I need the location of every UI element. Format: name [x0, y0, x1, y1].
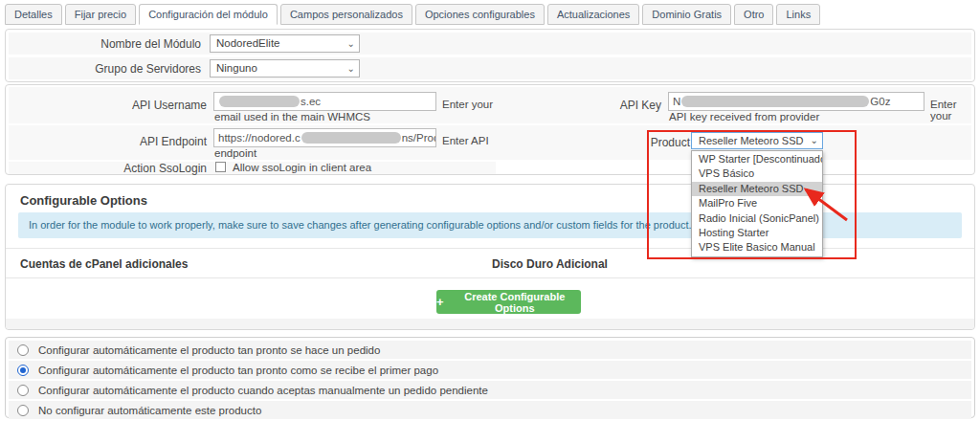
provision-option-label: Configurar automáticamente el producto t… [38, 365, 438, 376]
provision-option-label: Configurar automáticamente el producto t… [38, 344, 380, 356]
api-endpoint-input[interactable]: https://nodored.c ns/ProductsRe [213, 128, 436, 147]
product-option-vps-basico[interactable]: VPS Básico [692, 166, 822, 181]
api-endpoint-visible-suffix: ns/ProductsRe [402, 132, 436, 144]
provision-option-label: No configurar automáticamente este produ… [38, 405, 261, 416]
provision-option-on-first-payment[interactable]: Configurar automáticamente el producto t… [9, 361, 971, 379]
provision-option-on-manual-accept[interactable]: Configurar automáticamente el producto c… [9, 381, 971, 399]
tab-actualizaciones[interactable]: Actualizaciones [547, 4, 639, 25]
module-name-row: Nombre del Módulo NodoredElite ⌄ [9, 33, 971, 55]
product-option-wp-starter[interactable]: WP Starter [Descontinuado] [692, 152, 822, 166]
api-endpoint-visible-prefix: https://nodored.c [218, 132, 301, 144]
api-settings-section: API Username s.ec Enter your email used … [5, 84, 975, 175]
option-column-header-cpanel: Cuentas de cPanel adicionales [20, 257, 188, 271]
product-option-mailpro-five[interactable]: MailPro Five [692, 196, 822, 210]
create-configurable-options-button[interactable]: + Create Configurable Options [436, 290, 581, 314]
server-group-selected-value: Ninguno [216, 62, 257, 74]
api-key-label: API Key [460, 99, 661, 112]
redacted-text [681, 96, 869, 107]
server-group-select[interactable]: Ninguno ⌄ [210, 59, 360, 78]
api-username-label: API Username [6, 99, 207, 112]
tab-dominio-gratis[interactable]: Dominio Gratis [642, 4, 731, 25]
api-endpoint-label: API Endpoint [6, 135, 207, 148]
api-username-input[interactable]: s.ec [213, 92, 436, 111]
api-username-visible-text: s.ec [301, 96, 321, 107]
radio-icon[interactable] [17, 385, 29, 396]
server-group-row: Grupo de Servidores Ninguno ⌄ [9, 57, 971, 79]
product-select[interactable]: Reseller Meteoro SSD ⌄ [691, 132, 823, 149]
module-name-selected-value: NodoredElite [216, 37, 279, 49]
product-dropdown-list: WP Starter [Descontinuado] VPS Básico Re… [691, 150, 823, 257]
product-option-vps-elite[interactable]: VPS Elite Basico Manual [692, 240, 822, 255]
tab-opciones-configurables[interactable]: Opciones configurables [415, 4, 545, 25]
chevron-down-icon: ⌄ [811, 133, 818, 148]
tab-detalles[interactable]: Detalles [5, 4, 62, 25]
module-name-label: Nombre del Módulo [9, 37, 210, 51]
configurable-options-section: Configurable Options In order for the mo… [5, 184, 975, 330]
whmcs-product-config-page: Detalles Fijar precio Configuración del … [0, 0, 980, 421]
tab-fijar-precio[interactable]: Fijar precio [65, 4, 136, 25]
sso-login-checkbox-label: Allow ssoLogin in client area [233, 162, 371, 173]
api-key-hint-below: API key received from provider [669, 111, 819, 122]
tab-campos-personalizados[interactable]: Campos personalizados [280, 4, 412, 25]
option-column-header-disk: Disco Duro Adicional [492, 257, 608, 271]
provisioning-options-section: Configurar automáticamente el producto t… [5, 337, 975, 418]
redacted-text [301, 132, 401, 144]
module-name-select[interactable]: NodoredElite ⌄ [210, 34, 360, 53]
configurable-options-title: Configurable Options [20, 193, 147, 208]
section-footer-strip [6, 319, 974, 329]
sso-login-label: Action SsoLogin [6, 162, 207, 175]
tab-links[interactable]: Links [776, 4, 820, 25]
api-username-hint-below: email used in the main WHMCS [214, 111, 370, 122]
api-key-hint-right: Enter your [930, 99, 974, 122]
chevron-down-icon: ⌄ [347, 35, 355, 52]
api-endpoint-hint-right: Enter API [442, 135, 489, 146]
tab-otro[interactable]: Otro [734, 4, 773, 25]
api-key-visible-prefix: N [673, 96, 680, 107]
radio-icon[interactable] [17, 405, 29, 416]
radio-selected-icon[interactable] [17, 365, 29, 376]
api-endpoint-hint-below: endpoint [214, 147, 256, 159]
product-option-radio-inicial[interactable]: Radio Inicial (SonicPanel) [692, 211, 822, 226]
provision-option-never[interactable]: No configurar automáticamente este produ… [9, 401, 971, 419]
product-label: Product [489, 136, 690, 149]
create-configurable-options-label: Create Configurable Options [449, 291, 581, 314]
plus-icon: + [436, 295, 444, 309]
chevron-down-icon: ⌄ [347, 60, 355, 77]
module-selection-section: Nombre del Módulo NodoredElite ⌄ Grupo d… [5, 29, 975, 82]
options-header-row: Cuentas de cPanel adicionales Disco Duro… [6, 248, 974, 278]
product-selected-value: Reseller Meteoro SSD [699, 135, 803, 146]
provision-option-label: Configurar automáticamente el producto c… [38, 385, 488, 396]
product-option-hosting-starter[interactable]: Hosting Starter [692, 226, 822, 240]
server-group-label: Grupo de Servidores [9, 62, 210, 76]
api-key-input[interactable]: N G0z [668, 92, 924, 111]
tab-bar: Detalles Fijar precio Configuración del … [5, 4, 820, 25]
api-key-visible-suffix: G0z [870, 96, 890, 107]
sso-login-checkbox[interactable] [215, 162, 226, 172]
product-option-reseller-meteoro-ssd[interactable]: Reseller Meteoro SSD [692, 182, 822, 196]
radio-icon[interactable] [17, 344, 29, 356]
provision-option-on-order[interactable]: Configurar automáticamente el producto t… [9, 341, 971, 359]
redacted-text [219, 96, 300, 107]
tab-configuracion-del-modulo[interactable]: Configuración del módulo [139, 4, 278, 25]
